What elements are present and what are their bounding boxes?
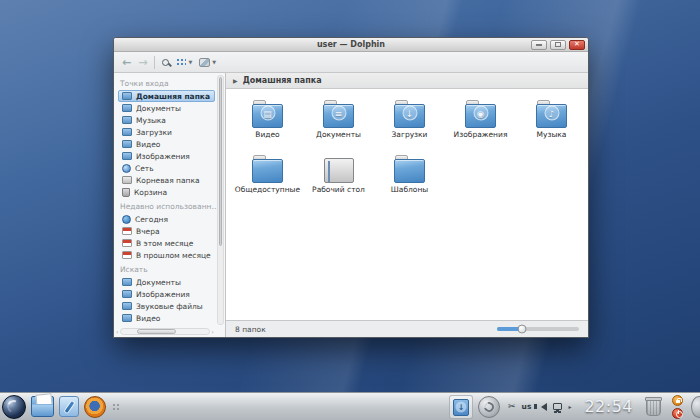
scroll-left-arrow-icon[interactable]: ‹	[116, 328, 118, 335]
home-icon	[122, 92, 132, 100]
scrollbar-track[interactable]	[120, 328, 209, 335]
sidebar-item-label: В прошлом месяце	[136, 251, 211, 260]
folder-images-icon	[122, 152, 132, 160]
sidebar-item-search-video[interactable]: Видео	[118, 312, 215, 324]
status-bar: 8 папок	[226, 320, 588, 337]
sidebar-item-calendar-prev[interactable]: В прошлом месяце	[118, 249, 215, 261]
places-horizontal-scrollbar[interactable]: ‹ ›	[116, 327, 214, 335]
sidebar-item-label: Вчера	[136, 227, 160, 236]
places-section: Искать Документы Изображения Звуковые фа…	[118, 265, 215, 324]
lock-screen-button[interactable]	[672, 395, 683, 406]
desktop-icon	[322, 153, 356, 183]
sidebar-item-search-documents[interactable]: Документы	[118, 276, 215, 288]
sidebar-item-folder-music[interactable]: Музыка	[118, 114, 215, 126]
sidebar-item-search-audio[interactable]: Звуковые файлы	[118, 300, 215, 312]
close-button[interactable]: ✕	[569, 40, 585, 50]
yesterday-icon	[122, 227, 132, 235]
calendar-prev-icon	[122, 251, 132, 259]
downloads-tray-icon[interactable]: ↓	[449, 395, 473, 419]
scrollbar-thumb[interactable]	[219, 77, 222, 246]
system-tray: ✂ us ▸	[508, 402, 571, 411]
app-launcher-button[interactable]	[2, 395, 26, 419]
sidebar-item-label: Документы	[136, 104, 181, 113]
shutdown-button[interactable]	[672, 408, 683, 419]
back-button[interactable]: ←	[122, 57, 131, 68]
doc-emblem-icon: ≡	[331, 106, 346, 121]
display-icon[interactable]	[553, 403, 562, 410]
window-title: user — Dolphin	[114, 40, 588, 49]
sidebar-item-folder-video[interactable]: Видео	[118, 138, 215, 150]
folder-item[interactable]: ◉ Изображения	[445, 98, 516, 153]
folder-item[interactable]: ▤ Видео	[232, 98, 303, 153]
sidebar-item-root-folder[interactable]: Корневая папка	[118, 174, 215, 186]
clock[interactable]: 22:54	[584, 397, 633, 416]
sidebar-item-label: Изображения	[136, 290, 190, 299]
zoom-slider[interactable]	[497, 327, 579, 331]
calendar-month-icon	[122, 239, 132, 247]
sidebar-item-label: Сегодня	[135, 215, 168, 224]
software-updater-tray-icon[interactable]	[478, 396, 500, 418]
section-label: Искать	[120, 265, 213, 274]
sidebar-item-network[interactable]: Сеть	[118, 162, 215, 174]
root-folder-icon	[122, 176, 132, 184]
sidebar-item-folder-downloads[interactable]: Загрузки	[118, 126, 215, 138]
sidebar-item-calendar-month[interactable]: В этом месяце	[118, 237, 215, 249]
sidebar-item-folder-documents[interactable]: Документы	[118, 102, 215, 114]
firefox-taskbar-icon[interactable]	[84, 396, 106, 418]
panel-settings-cashew[interactable]	[691, 396, 700, 418]
folder-item[interactable]: Рабочий стол	[303, 153, 374, 208]
sidebar-item-search-images[interactable]: Изображения	[118, 288, 215, 300]
folder-icon: ↓	[393, 98, 427, 128]
folder-music-icon	[122, 116, 132, 124]
folder-icon	[251, 153, 285, 183]
folder-item[interactable]: ↓ Загрузки	[374, 98, 445, 153]
chevron-down-icon: ▼	[188, 59, 192, 65]
dolphin-taskbar-icon[interactable]	[31, 396, 54, 417]
session-buttons	[672, 395, 683, 419]
clipboard-icon[interactable]: ✂	[508, 402, 516, 411]
trash-widget-icon[interactable]	[646, 398, 661, 416]
titlebar[interactable]: user — Dolphin ✕	[114, 38, 588, 52]
breadcrumb[interactable]: ▶ Домашняя папка	[226, 73, 588, 89]
section-label: Недавно использованн…	[120, 202, 213, 211]
search-audio-icon	[122, 302, 132, 310]
folder-label: Общедоступные	[235, 185, 300, 194]
minimize-button[interactable]	[531, 40, 547, 50]
network-icon	[122, 164, 131, 173]
breadcrumb-root[interactable]: Домашняя папка	[243, 76, 322, 85]
text-editor-taskbar-icon[interactable]	[59, 396, 79, 417]
sidebar-item-trash[interactable]: Корзина	[118, 186, 215, 198]
folder-item[interactable]: ♪ Музыка	[516, 98, 587, 153]
sidebar-item-today[interactable]: Сегодня	[118, 213, 215, 225]
folder-item[interactable]: ≡ Документы	[303, 98, 374, 153]
forward-button[interactable]: →	[138, 57, 147, 68]
folder-view[interactable]: ▤ Видео ≡ Документы ↓ Загрузки ◉ Изображ…	[226, 89, 588, 320]
search-icon[interactable]	[162, 59, 169, 66]
sidebar-item-label: Корневая папка	[136, 176, 200, 185]
view-mode-button[interactable]: ▼	[176, 58, 192, 66]
scrollbar-thumb[interactable]	[137, 329, 176, 334]
zoom-slider-handle[interactable]	[517, 325, 526, 334]
maximize-button[interactable]	[550, 40, 566, 50]
folder-label: Изображения	[454, 130, 508, 139]
search-images-icon	[122, 290, 132, 298]
places-sections: Точки входа Домашняя папка Документы Муз…	[118, 79, 215, 324]
sidebar-item-folder-images[interactable]: Изображения	[118, 150, 215, 162]
places-vertical-scrollbar[interactable]	[217, 75, 224, 325]
folder-label: Рабочий стол	[312, 185, 365, 194]
folder-icon: ♪	[535, 98, 569, 128]
scroll-right-arrow-icon[interactable]: ›	[212, 328, 214, 335]
preview-button[interactable]: ▼	[199, 58, 216, 67]
folder-item[interactable]: Шаблоны	[374, 153, 445, 208]
folder-label: Видео	[255, 130, 279, 139]
folder-item[interactable]: Общедоступные	[232, 153, 303, 208]
monitor-icon	[324, 158, 354, 183]
sidebar-item-yesterday[interactable]: Вчера	[118, 225, 215, 237]
search-documents-icon	[122, 278, 132, 286]
volume-icon[interactable]	[537, 403, 547, 411]
tray-expand-arrow-icon[interactable]: ▸	[568, 403, 571, 410]
keyboard-layout-indicator[interactable]: us	[522, 402, 532, 411]
sidebar-item-home[interactable]: Домашняя папка	[118, 90, 215, 102]
sidebar-item-label: Сеть	[135, 164, 154, 173]
breadcrumb-arrow-icon: ▶	[233, 77, 238, 84]
